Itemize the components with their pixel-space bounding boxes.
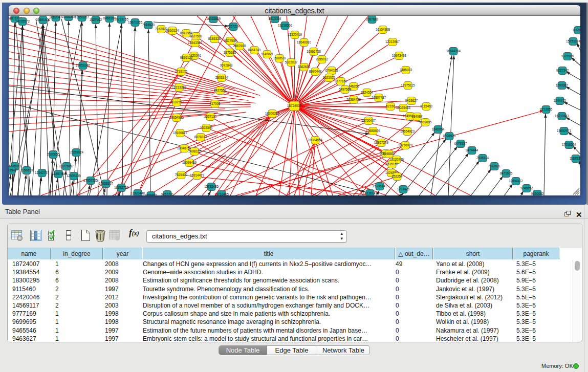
svg-text:1167533: 1167533 xyxy=(570,157,580,160)
svg-text:29053346: 29053346 xyxy=(76,63,91,67)
svg-text:18640910: 18640910 xyxy=(297,40,312,44)
svg-text:8878313: 8878313 xyxy=(194,135,207,139)
svg-text:1498807: 1498807 xyxy=(383,152,396,156)
svg-text:10719155: 10719155 xyxy=(114,17,129,21)
svg-text:15716485: 15716485 xyxy=(204,185,219,188)
svg-text:1353594: 1353594 xyxy=(200,126,213,129)
svg-text:18300295: 18300295 xyxy=(265,112,280,115)
svg-text:2718176: 2718176 xyxy=(175,70,188,73)
svg-text:9469862: 9469862 xyxy=(145,193,158,195)
svg-text:9327509: 9327509 xyxy=(190,34,203,38)
svg-text:16210643: 16210643 xyxy=(555,114,570,118)
svg-text:7485003: 7485003 xyxy=(400,68,412,72)
svg-text:9660124: 9660124 xyxy=(166,29,179,32)
svg-text:9862047: 9862047 xyxy=(50,16,62,19)
svg-text:9699695: 9699695 xyxy=(419,120,432,124)
svg-text:1733426: 1733426 xyxy=(397,187,410,191)
svg-text:2087682: 2087682 xyxy=(366,17,379,21)
svg-text:16033809: 16033809 xyxy=(206,17,221,20)
svg-text:1112908: 1112908 xyxy=(572,28,580,32)
svg-text:10973493: 10973493 xyxy=(392,54,407,57)
svg-text:16961758: 16961758 xyxy=(307,50,321,53)
svg-text:17016504: 17016504 xyxy=(562,143,577,146)
svg-text:15692971: 15692971 xyxy=(557,129,572,133)
svg-text:9474444: 9474444 xyxy=(466,148,478,152)
svg-text:9115460: 9115460 xyxy=(420,104,433,108)
svg-text:1209387: 1209387 xyxy=(556,83,569,87)
svg-text:8454749: 8454749 xyxy=(248,48,261,52)
svg-text:8186328: 8186328 xyxy=(208,37,221,40)
svg-text:15720407: 15720407 xyxy=(361,119,376,122)
svg-text:18807249: 18807249 xyxy=(374,141,389,144)
svg-text:1527602: 1527602 xyxy=(90,18,102,21)
svg-text:9146821: 9146821 xyxy=(261,52,274,56)
svg-text:7625402: 7625402 xyxy=(175,173,188,177)
svg-text:1362615: 1362615 xyxy=(298,65,311,69)
svg-text:10025483: 10025483 xyxy=(396,106,411,110)
svg-text:16644784: 16644784 xyxy=(446,49,461,53)
svg-text:2935114: 2935114 xyxy=(476,156,489,160)
svg-text:14035572: 14035572 xyxy=(15,19,30,23)
svg-text:12342757: 12342757 xyxy=(35,171,50,174)
svg-text:19654923: 19654923 xyxy=(400,129,415,133)
svg-text:18724007: 18724007 xyxy=(287,104,302,107)
svg-text:10807487: 10807487 xyxy=(372,96,386,99)
svg-text:2020655: 2020655 xyxy=(47,152,60,156)
svg-text:15710405: 15710405 xyxy=(214,192,229,195)
svg-text:19654985: 19654985 xyxy=(169,116,184,119)
svg-text:9242848: 9242848 xyxy=(220,63,233,67)
svg-text:17359924: 17359924 xyxy=(69,150,84,154)
svg-text:2803144: 2803144 xyxy=(215,76,228,79)
svg-text:417006: 417006 xyxy=(209,102,221,105)
svg-text:10688609: 10688609 xyxy=(366,129,381,133)
svg-text:16154808: 16154808 xyxy=(376,28,390,31)
svg-text:9457791: 9457791 xyxy=(161,192,174,195)
svg-text:1498222: 1498222 xyxy=(188,149,201,153)
svg-text:9896126: 9896126 xyxy=(180,56,193,59)
svg-text:6497568: 6497568 xyxy=(339,87,352,91)
svg-text:7357224: 7357224 xyxy=(227,25,240,28)
svg-text:19384554: 19384554 xyxy=(308,138,323,142)
svg-text:19166827: 19166827 xyxy=(173,131,188,135)
svg-text:10958107: 10958107 xyxy=(99,182,114,185)
svg-text:9327508: 9327508 xyxy=(224,39,237,42)
svg-text:8427552: 8427552 xyxy=(214,89,227,92)
svg-text:12213389: 12213389 xyxy=(172,85,187,89)
svg-text:984984: 984984 xyxy=(411,115,423,118)
svg-text:9227342: 9227342 xyxy=(556,69,569,72)
svg-text:16543362: 16543362 xyxy=(188,41,203,45)
svg-text:1244415: 1244415 xyxy=(554,99,567,102)
svg-text:12213967: 12213967 xyxy=(385,40,400,43)
svg-text:7632621: 7632621 xyxy=(488,164,501,168)
svg-text:62160: 62160 xyxy=(386,104,395,108)
svg-text:1156819: 1156819 xyxy=(20,168,33,172)
svg-text:15136141: 15136141 xyxy=(373,184,387,188)
svg-text:5322037: 5322037 xyxy=(285,60,298,64)
svg-text:1588520: 1588520 xyxy=(273,56,286,60)
svg-text:10653267: 10653267 xyxy=(75,16,90,19)
svg-text:19218506: 19218506 xyxy=(278,24,293,27)
svg-text:9245652: 9245652 xyxy=(520,186,533,190)
svg-text:1640954: 1640954 xyxy=(432,127,445,131)
svg-text:10053309: 10053309 xyxy=(61,16,76,18)
svg-text:23975857: 23975857 xyxy=(59,164,74,168)
svg-text:12923448: 12923448 xyxy=(130,191,145,195)
svg-text:6794028: 6794028 xyxy=(325,69,338,72)
svg-text:12975115: 12975115 xyxy=(401,83,415,87)
svg-text:9450062: 9450062 xyxy=(531,192,544,195)
svg-text:6479197: 6479197 xyxy=(454,142,467,145)
svg-text:15751074: 15751074 xyxy=(566,39,580,43)
svg-text:13325419: 13325419 xyxy=(288,33,302,36)
svg-text:3824554: 3824554 xyxy=(361,91,374,94)
svg-text:19756928: 19756928 xyxy=(398,143,413,147)
svg-text:10654112: 10654112 xyxy=(509,179,523,183)
svg-text:9463627: 9463627 xyxy=(405,99,418,102)
svg-text:12505135: 12505135 xyxy=(67,174,81,178)
svg-text:14136141: 14136141 xyxy=(363,191,378,195)
svg-text:16107552: 16107552 xyxy=(169,100,184,104)
svg-text:16914479: 16914479 xyxy=(190,173,205,177)
svg-text:7515520: 7515520 xyxy=(142,23,155,27)
svg-text:20691406: 20691406 xyxy=(36,18,51,21)
svg-text:16782759: 16782759 xyxy=(114,186,129,189)
svg-text:252254: 252254 xyxy=(391,174,403,178)
